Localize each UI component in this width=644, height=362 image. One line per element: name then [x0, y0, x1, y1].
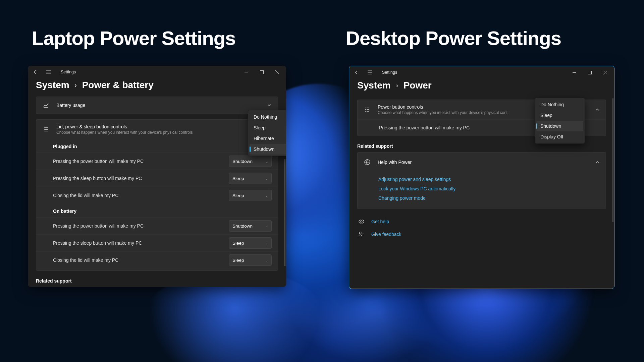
chevron-down-icon: ⌄ [265, 160, 268, 163]
dropdown-batt-lid[interactable]: Sleep⌄ [229, 254, 272, 266]
dropdown-value: Sleep [232, 193, 244, 198]
titlebar: Settings [349, 66, 614, 79]
battery-usage-card[interactable]: Battery usage [36, 97, 278, 114]
menu-item-shutdown[interactable]: Shutdown [536, 121, 583, 131]
link-change-power-mode[interactable]: Changing power mode [378, 193, 600, 203]
settings-window-desktop: Settings System › Power Power button con… [349, 66, 614, 289]
dropdown-batt-sleep[interactable]: Sleep⌄ [229, 237, 272, 249]
dropdown-value: Sleep [232, 258, 244, 263]
dropdown-value: Shutdown [232, 159, 253, 164]
minimize-button[interactable] [567, 67, 582, 78]
svg-point-5 [359, 232, 361, 234]
maximize-button[interactable] [254, 67, 269, 77]
chevron-up-icon [595, 160, 600, 165]
chevron-right-icon: › [75, 82, 77, 89]
chevron-down-icon: ⌄ [265, 258, 268, 262]
get-help-link[interactable]: Get help [357, 215, 606, 228]
battery-usage-label: Battery usage [56, 103, 260, 108]
link-lock-pc[interactable]: Lock your Windows PC automatically [378, 184, 600, 193]
back-button[interactable] [353, 69, 360, 76]
give-feedback-link[interactable]: Give feedback [357, 228, 606, 241]
maximize-button[interactable] [582, 67, 597, 78]
menu-item-hibernate[interactable]: Hibernate [250, 133, 286, 144]
chevron-down-icon: ⌄ [265, 241, 268, 245]
globe-icon [364, 159, 371, 166]
dropdown-plugged-sleep[interactable]: Sleep⌄ [229, 173, 272, 184]
content-area: System › Power & battery Battery usage L… [28, 78, 286, 287]
hamburger-menu-icon[interactable] [45, 69, 52, 75]
row-batt-sleep: Pressing the sleep button will make my P… [36, 234, 278, 251]
breadcrumb-page: Power & battery [82, 80, 154, 90]
give-feedback-label: Give feedback [371, 232, 401, 237]
breadcrumb-system[interactable]: System [36, 80, 69, 90]
lid-power-sleep-header[interactable]: Lid, power & sleep button controls Choos… [36, 120, 278, 139]
scrollbar[interactable] [612, 98, 613, 222]
list-settings-icon [364, 106, 371, 113]
menu-item-sleep[interactable]: Sleep [536, 110, 583, 121]
svg-rect-0 [260, 70, 263, 74]
chevron-down-icon: ⌄ [265, 224, 268, 228]
controls-subtitle: Choose what happens when you interact wi… [56, 130, 260, 135]
chevron-down-icon [267, 103, 272, 108]
row-label: Pressing the sleep button will make my P… [53, 176, 223, 181]
list-settings-icon [42, 126, 50, 133]
related-support-heading: Related support [357, 143, 606, 149]
row-label: Pressing the sleep button will make my P… [53, 240, 223, 246]
content-area: System › Power Power button controls Cho… [349, 79, 614, 289]
back-button[interactable] [32, 69, 39, 75]
svg-rect-1 [588, 71, 591, 74]
caption-desktop: Desktop Power Settings [346, 27, 561, 49]
chevron-down-icon: ⌄ [265, 194, 268, 197]
link-adjust-power-sleep[interactable]: Adjusting power and sleep settings [378, 175, 600, 184]
chart-icon [42, 102, 50, 109]
dropdown-menu-power-action[interactable]: Do Nothing Sleep Shutdown Display Off [535, 98, 585, 144]
breadcrumb-page: Power [404, 80, 432, 91]
dropdown-batt-power[interactable]: Shutdown⌄ [229, 220, 272, 232]
chevron-up-icon [595, 107, 600, 112]
titlebar: Settings [28, 66, 286, 78]
settings-window-laptop: Settings System › Power & battery Batter… [28, 66, 286, 287]
help-icon [358, 219, 365, 225]
row-label: Closing the lid will make my PC [53, 257, 223, 263]
help-with-power-card: Help with Power Adjusting power and slee… [357, 152, 606, 209]
help-title: Help with Power [378, 160, 588, 165]
help-with-power-header[interactable]: Help with Power [358, 153, 606, 172]
row-plugged-power: Pressing the power button will make my P… [36, 153, 278, 170]
lid-power-sleep-card: Lid, power & sleep button controls Choos… [36, 119, 278, 271]
breadcrumb: System › Power [357, 80, 606, 91]
row-plugged-lid: Closing the lid will make my PC Sleep⌄ [36, 187, 278, 204]
close-button[interactable] [597, 67, 613, 78]
feedback-icon [358, 231, 365, 237]
hamburger-menu-icon[interactable] [367, 69, 373, 76]
row-label: Closing the lid will make my PC [53, 193, 223, 198]
help-links: Adjusting power and sleep settings Lock … [358, 172, 606, 209]
menu-item-do-nothing[interactable]: Do Nothing [250, 112, 286, 122]
dropdown-plugged-lid[interactable]: Sleep⌄ [229, 190, 272, 201]
minimize-button[interactable] [238, 67, 254, 77]
breadcrumb: System › Power & battery [36, 80, 278, 90]
close-button[interactable] [269, 67, 285, 77]
row-label: Pressing the power button will make my P… [53, 223, 223, 229]
menu-item-display-off[interactable]: Display Off [536, 131, 583, 142]
row-batt-lid: Closing the lid will make my PC Sleep⌄ [36, 251, 278, 270]
chevron-down-icon: ⌄ [265, 177, 268, 180]
on-battery-label: On battery [36, 204, 278, 217]
row-batt-power: Pressing the power button will make my P… [36, 217, 278, 234]
chevron-right-icon: › [396, 82, 398, 89]
dropdown-plugged-power[interactable]: Shutdown⌄ [229, 156, 272, 167]
dropdown-value: Sleep [232, 241, 244, 246]
breadcrumb-system[interactable]: System [357, 80, 391, 91]
dropdown-menu-power-action[interactable]: Do Nothing Sleep Hibernate Shutdown [248, 110, 286, 156]
app-title: Settings [382, 70, 397, 75]
app-title: Settings [61, 70, 76, 74]
menu-item-sleep[interactable]: Sleep [250, 122, 286, 133]
plugged-in-label: Plugged in [36, 139, 278, 153]
caption-laptop: Laptop Power Settings [32, 27, 235, 49]
row-label: Pressing the power button will make my P… [53, 159, 223, 164]
dropdown-value: Sleep [232, 176, 244, 181]
menu-item-shutdown[interactable]: Shutdown [250, 144, 286, 155]
scrollbar[interactable] [284, 159, 285, 266]
get-help-label: Get help [371, 219, 389, 224]
dropdown-value: Shutdown [232, 224, 253, 229]
menu-item-do-nothing[interactable]: Do Nothing [536, 99, 583, 110]
